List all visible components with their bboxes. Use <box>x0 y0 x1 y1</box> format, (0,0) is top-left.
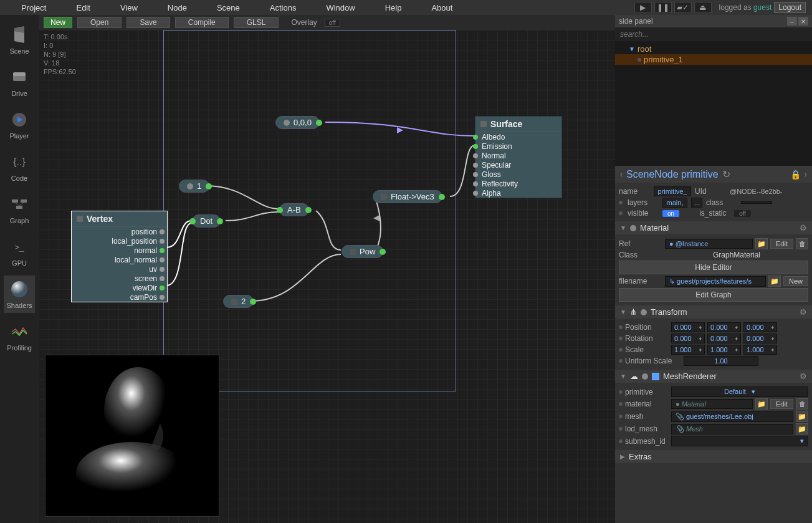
svg-point-16 <box>76 442 188 504</box>
trash-icon[interactable]: 🗑 <box>796 398 808 410</box>
menu-help[interactable]: Help <box>370 3 417 12</box>
search-input[interactable] <box>615 27 812 41</box>
node-const-000[interactable]: 0,0,0 <box>275 116 320 129</box>
menu-window[interactable]: Window <box>311 3 370 12</box>
layers-input[interactable]: main, <box>662 198 687 208</box>
svg-point-11 <box>11 281 27 297</box>
rot-y[interactable]: 0.000♦ <box>707 333 741 343</box>
node-a-minus-b[interactable]: A-B <box>279 203 309 216</box>
shader-toolbar: New Open Save Compile GLSL Overlay off <box>39 15 615 30</box>
graph-canvas[interactable]: T: 0.00s I: 0 N: 9 [9] V: 18 FPS:62.50 0… <box>39 30 615 523</box>
overlay-toggle[interactable]: off <box>325 19 340 27</box>
scene-tree[interactable]: ▼root primitive_1 <box>615 41 812 166</box>
class-input[interactable] <box>741 201 772 204</box>
gear-icon[interactable]: ⚙ <box>800 223 807 233</box>
compile-button[interactable]: Compile <box>175 17 229 28</box>
material-field[interactable]: ● Material <box>671 399 753 409</box>
menu-about[interactable]: About <box>416 3 467 12</box>
menu-view[interactable]: View <box>105 3 153 12</box>
logout-button[interactable]: Logout <box>774 2 806 13</box>
folder-icon[interactable]: 📁 <box>755 238 768 249</box>
glsl-button[interactable]: GLSL <box>234 17 279 28</box>
open-button[interactable]: Open <box>77 17 122 28</box>
edit-graph-button[interactable]: Edit Graph <box>619 288 808 302</box>
svg-rect-6 <box>12 199 18 203</box>
svg-rect-8 <box>16 206 22 209</box>
tool-player[interactable]: Player <box>4 106 35 143</box>
rot-x[interactable]: 0.000♦ <box>671 333 705 343</box>
node-vertex[interactable]: Vertex position local_position normal lo… <box>71 211 168 302</box>
folder-icon[interactable]: 📁 <box>796 411 808 422</box>
svg-marker-14 <box>373 215 380 221</box>
folder-icon[interactable]: 📁 <box>796 423 808 434</box>
filename-value[interactable]: ↳ guest/projects/features/s <box>665 276 766 287</box>
is-static-toggle[interactable]: off <box>734 210 751 217</box>
node-const-1[interactable]: 1 <box>179 180 209 193</box>
tool-graph[interactable]: Graph <box>4 191 35 228</box>
svg-rect-3 <box>13 72 26 76</box>
mesh-path[interactable]: 📎 guest/meshes/Lee.obj <box>671 411 793 422</box>
gear-icon[interactable]: ⚙ <box>800 307 807 317</box>
pos-x[interactable]: 0.000♦ <box>671 322 705 332</box>
eject-button[interactable]: ⏏ <box>694 2 712 13</box>
menu-scene[interactable]: Scene <box>202 3 255 12</box>
tool-profiling[interactable]: Profiling <box>4 318 35 355</box>
scl-y[interactable]: 1.000♦ <box>707 345 741 355</box>
node-const-2[interactable]: 2 <box>223 295 254 308</box>
side-panel-title: side panel <box>619 17 786 26</box>
transform-header[interactable]: ▼⋔Transform⚙ <box>615 305 812 319</box>
keyframe-button[interactable]: ▰✓ <box>674 2 692 13</box>
gear-icon[interactable]: ⚙ <box>800 372 807 381</box>
menu-project[interactable]: Project <box>6 3 61 12</box>
stats-overlay: T: 0.00s I: 0 N: 9 [9] V: 18 FPS:62.50 <box>44 32 76 76</box>
node-dot[interactable]: Dot <box>192 214 221 228</box>
material-edit-button[interactable]: Edit <box>770 399 793 409</box>
tool-shaders[interactable]: Shaders <box>4 276 35 313</box>
node-surface[interactable]: Surface Albedo Emission Normal Specular … <box>475 116 562 198</box>
new-material-button[interactable]: New <box>783 276 808 286</box>
tool-scene[interactable]: Scene <box>4 21 35 59</box>
menu-actions[interactable]: Actions <box>255 3 312 12</box>
ref-value[interactable]: ● @Instance <box>665 239 753 249</box>
node-pow[interactable]: Pow <box>342 245 383 258</box>
menu-node[interactable]: Node <box>153 3 202 12</box>
primitive-dropdown[interactable]: Default ▾ <box>671 386 808 397</box>
close-button[interactable]: ✕ <box>798 17 808 26</box>
lod-mesh-field[interactable]: 📎 Mesh <box>671 424 793 434</box>
visible-toggle[interactable]: on <box>662 210 679 217</box>
layers-more[interactable]: ... <box>691 198 702 208</box>
save-button[interactable]: Save <box>127 17 170 28</box>
extras-header[interactable]: ▶Extras <box>615 450 812 463</box>
menu-edit[interactable]: Edit <box>61 3 105 12</box>
node-float-to-vec3[interactable]: Float->Vec3 <box>373 190 442 203</box>
folder-icon[interactable]: 📁 <box>755 398 768 410</box>
rot-z[interactable]: 0.000♦ <box>743 333 777 343</box>
pos-y[interactable]: 0.000♦ <box>707 322 741 332</box>
scl-x[interactable]: 1.000♦ <box>671 345 705 355</box>
scl-z[interactable]: 1.000♦ <box>743 345 777 355</box>
submesh-dropdown[interactable]: ▾ <box>671 436 808 446</box>
tool-drive[interactable]: Drive <box>4 64 35 101</box>
hide-editor-button[interactable]: Hide Editor <box>619 261 808 274</box>
scenenode-header: ‹ SceneNode primitive ↻ 🔒 › <box>615 166 812 183</box>
folder-icon[interactable]: 📁 <box>768 276 781 287</box>
ref-edit-button[interactable]: Edit <box>770 239 793 249</box>
meshrenderer-header[interactable]: ▼☁MeshRenderer⚙ <box>615 370 812 383</box>
mesh-enabled-checkbox[interactable] <box>652 373 659 380</box>
svg-line-10 <box>19 203 24 206</box>
pos-z[interactable]: 0.000♦ <box>743 322 777 332</box>
tree-root[interactable]: ▼root <box>620 44 807 54</box>
minimize-button[interactable]: – <box>787 17 797 26</box>
lock-icon[interactable]: 🔒 <box>790 170 801 180</box>
tree-primitive-1[interactable]: primitive_1 <box>615 54 812 65</box>
play-button[interactable]: ▶ <box>634 2 652 13</box>
name-input[interactable]: primitive_ <box>654 186 691 196</box>
trash-icon[interactable]: 🗑 <box>796 238 808 249</box>
uniform-scale[interactable]: 1.00 <box>684 356 758 366</box>
svg-rect-7 <box>21 199 27 203</box>
tool-gpu[interactable]: >_GPU <box>4 233 35 271</box>
new-button[interactable]: New <box>44 17 72 28</box>
tool-code[interactable]: {..}Code <box>4 148 35 186</box>
pause-button[interactable]: ❚❚ <box>654 2 672 13</box>
material-header[interactable]: ▼Material⚙ <box>615 221 812 234</box>
